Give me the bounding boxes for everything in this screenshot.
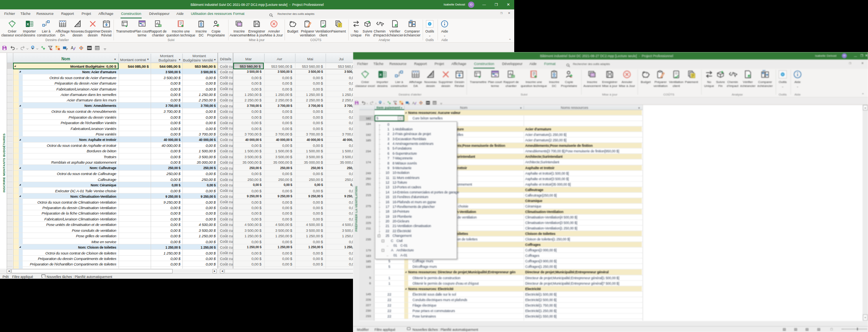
svg-text:A: A bbox=[70, 46, 73, 50]
svg-text:X: X bbox=[27, 22, 29, 26]
svg-text:X: X bbox=[379, 72, 382, 77]
svg-text:A: A bbox=[412, 101, 415, 105]
